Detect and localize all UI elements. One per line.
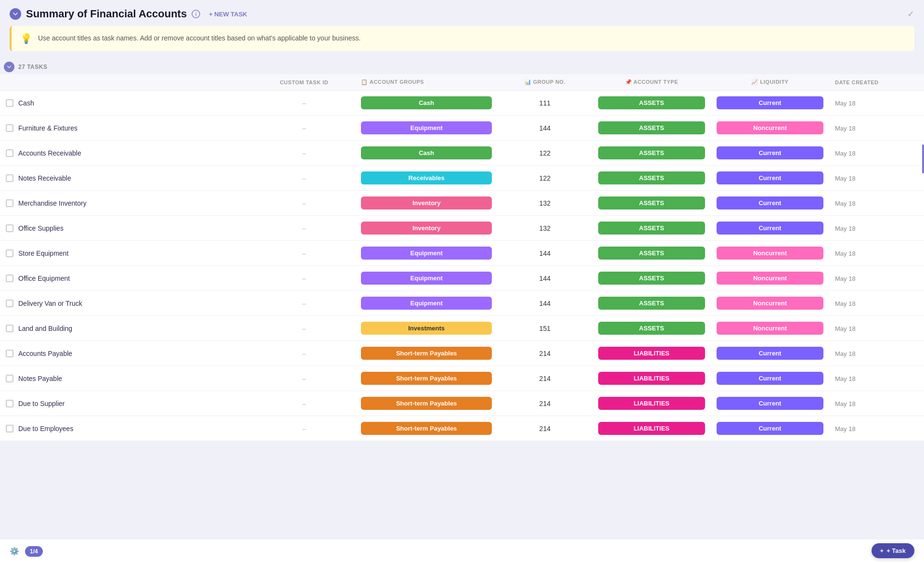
account-type-cell-5[interactable]: ASSETS <box>592 216 711 241</box>
account-group-badge-8[interactable]: Equipment <box>361 297 491 310</box>
account-group-cell-11[interactable]: Short-term Payables <box>355 366 497 391</box>
task-checkbox-9[interactable] <box>6 325 13 332</box>
account-group-badge-3[interactable]: Receivables <box>361 171 491 184</box>
task-checkbox-1[interactable] <box>6 124 13 132</box>
liquidity-cell-7[interactable]: Noncurrent <box>711 266 829 291</box>
account-type-badge-11[interactable]: LIABILITIES <box>598 372 705 385</box>
account-group-cell-4[interactable]: Inventory <box>355 191 497 216</box>
account-group-cell-5[interactable]: Inventory <box>355 216 497 241</box>
liquidity-cell-1[interactable]: Noncurrent <box>711 116 829 141</box>
task-checkbox-4[interactable] <box>6 199 13 207</box>
check-icon[interactable]: ✓ <box>907 9 914 19</box>
account-type-cell-11[interactable]: LIABILITIES <box>592 366 711 391</box>
task-checkbox-3[interactable] <box>6 174 13 182</box>
liquidity-cell-3[interactable]: Current <box>711 166 829 191</box>
liquidity-cell-9[interactable]: Noncurrent <box>711 316 829 341</box>
bottom-icon[interactable]: ⚙️ <box>10 547 19 556</box>
account-type-badge-5[interactable]: ASSETS <box>598 222 705 235</box>
account-type-badge-1[interactable]: ASSETS <box>598 121 705 134</box>
account-group-badge-9[interactable]: Investments <box>361 322 491 335</box>
account-group-cell-9[interactable]: Investments <box>355 316 497 341</box>
col-header-custom-id[interactable]: CUSTOM TASK ID <box>253 74 355 91</box>
account-group-cell-3[interactable]: Receivables <box>355 166 497 191</box>
liquidity-badge-4[interactable]: Current <box>717 196 823 209</box>
account-type-cell-0[interactable]: ASSETS <box>592 91 711 116</box>
account-group-badge-7[interactable]: Equipment <box>361 272 491 285</box>
account-group-cell-12[interactable]: Short-term Payables <box>355 391 497 416</box>
account-group-cell-10[interactable]: Short-term Payables <box>355 341 497 366</box>
account-type-cell-1[interactable]: ASSETS <box>592 116 711 141</box>
account-group-cell-7[interactable]: Equipment <box>355 266 497 291</box>
account-group-badge-4[interactable]: Inventory <box>361 196 491 209</box>
account-type-badge-3[interactable]: ASSETS <box>598 171 705 184</box>
account-type-badge-9[interactable]: ASSETS <box>598 322 705 335</box>
col-header-date[interactable]: DATE CREATED <box>829 74 924 91</box>
account-type-cell-8[interactable]: ASSETS <box>592 291 711 316</box>
account-type-cell-4[interactable]: ASSETS <box>592 191 711 216</box>
account-type-badge-10[interactable]: LIABILITIES <box>598 347 705 360</box>
liquidity-badge-8[interactable]: Noncurrent <box>717 297 823 310</box>
account-type-cell-13[interactable]: LIABILITIES <box>592 416 711 441</box>
new-task-button[interactable]: + NEW TASK <box>205 9 251 20</box>
liquidity-badge-7[interactable]: Noncurrent <box>717 272 823 285</box>
account-type-cell-3[interactable]: ASSETS <box>592 166 711 191</box>
account-group-badge-1[interactable]: Equipment <box>361 121 491 134</box>
liquidity-badge-9[interactable]: Noncurrent <box>717 322 823 335</box>
account-group-badge-0[interactable]: Cash <box>361 96 491 109</box>
liquidity-badge-12[interactable]: Current <box>717 397 823 410</box>
account-type-badge-6[interactable]: ASSETS <box>598 247 705 260</box>
task-checkbox-7[interactable] <box>6 275 13 282</box>
liquidity-badge-0[interactable]: Current <box>717 96 823 109</box>
account-group-cell-8[interactable]: Equipment <box>355 291 497 316</box>
liquidity-cell-0[interactable]: Current <box>711 91 829 116</box>
account-type-cell-12[interactable]: LIABILITIES <box>592 391 711 416</box>
liquidity-cell-4[interactable]: Current <box>711 191 829 216</box>
task-checkbox-11[interactable] <box>6 375 13 382</box>
account-type-cell-9[interactable]: ASSETS <box>592 316 711 341</box>
account-group-cell-2[interactable]: Cash <box>355 141 497 166</box>
liquidity-badge-10[interactable]: Current <box>717 347 823 360</box>
account-type-badge-8[interactable]: ASSETS <box>598 297 705 310</box>
account-group-badge-12[interactable]: Short-term Payables <box>361 397 491 410</box>
account-type-badge-12[interactable]: LIABILITIES <box>598 397 705 410</box>
account-group-cell-6[interactable]: Equipment <box>355 241 497 266</box>
account-type-cell-2[interactable]: ASSETS <box>592 141 711 166</box>
account-group-badge-13[interactable]: Short-term Payables <box>361 422 491 435</box>
account-type-badge-2[interactable]: ASSETS <box>598 146 705 159</box>
collapse-row-button[interactable] <box>4 62 14 72</box>
account-type-badge-4[interactable]: ASSETS <box>598 196 705 209</box>
task-checkbox-2[interactable] <box>6 149 13 157</box>
account-group-cell-0[interactable]: Cash <box>355 91 497 116</box>
account-group-badge-5[interactable]: Inventory <box>361 222 491 235</box>
liquidity-cell-2[interactable]: Current <box>711 141 829 166</box>
liquidity-badge-1[interactable]: Noncurrent <box>717 121 823 134</box>
collapse-button[interactable] <box>10 8 21 20</box>
liquidity-badge-6[interactable]: Noncurrent <box>717 247 823 260</box>
liquidity-cell-12[interactable]: Current <box>711 391 829 416</box>
liquidity-cell-10[interactable]: Current <box>711 341 829 366</box>
account-type-cell-7[interactable]: ASSETS <box>592 266 711 291</box>
info-icon[interactable]: i <box>192 10 200 18</box>
task-checkbox-12[interactable] <box>6 400 13 407</box>
account-group-badge-6[interactable]: Equipment <box>361 247 491 260</box>
liquidity-badge-13[interactable]: Current <box>717 422 823 435</box>
task-checkbox-13[interactable] <box>6 425 13 432</box>
account-type-cell-10[interactable]: LIABILITIES <box>592 341 711 366</box>
liquidity-badge-3[interactable]: Current <box>717 171 823 184</box>
account-group-cell-13[interactable]: Short-term Payables <box>355 416 497 441</box>
liquidity-cell-5[interactable]: Current <box>711 216 829 241</box>
task-checkbox-6[interactable] <box>6 249 13 257</box>
liquidity-cell-6[interactable]: Noncurrent <box>711 241 829 266</box>
liquidity-badge-5[interactable]: Current <box>717 222 823 235</box>
scrollbar-indicator[interactable] <box>922 144 924 173</box>
liquidity-badge-2[interactable]: Current <box>717 146 823 159</box>
account-group-cell-1[interactable]: Equipment <box>355 116 497 141</box>
task-checkbox-5[interactable] <box>6 224 13 232</box>
task-checkbox-8[interactable] <box>6 300 13 307</box>
account-group-badge-11[interactable]: Short-term Payables <box>361 372 491 385</box>
account-type-cell-6[interactable]: ASSETS <box>592 241 711 266</box>
liquidity-cell-8[interactable]: Noncurrent <box>711 291 829 316</box>
liquidity-cell-11[interactable]: Current <box>711 366 829 391</box>
task-checkbox-0[interactable] <box>6 99 13 107</box>
account-type-badge-7[interactable]: ASSETS <box>598 272 705 285</box>
